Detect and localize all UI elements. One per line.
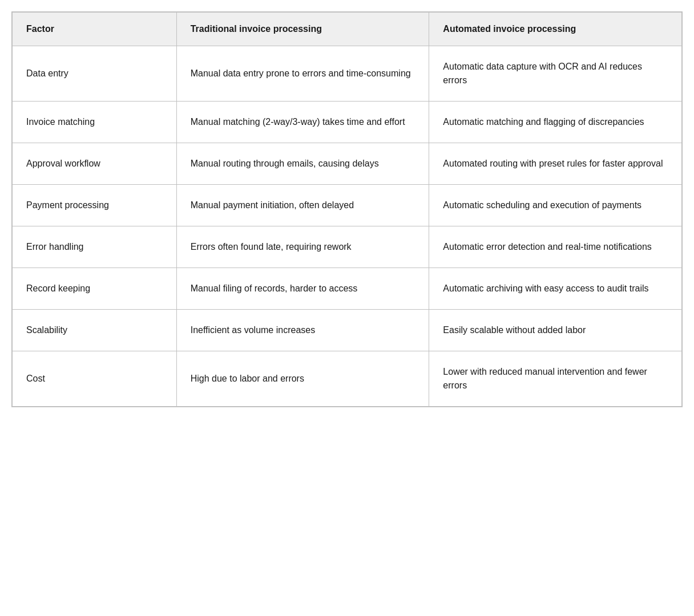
- cell-factor: Payment processing: [13, 185, 177, 226]
- table-row: Approval workflowManual routing through …: [13, 143, 682, 185]
- cell-factor: Invoice matching: [13, 102, 177, 143]
- cell-automated: Easily scalable without added labor: [429, 310, 682, 351]
- cell-traditional: Manual filing of records, harder to acce…: [176, 268, 429, 310]
- cell-automated: Automatic data capture with OCR and AI r…: [429, 46, 682, 102]
- table-row: ScalabilityInefficient as volume increas…: [13, 310, 682, 351]
- cell-factor: Error handling: [13, 226, 177, 268]
- table-row: Record keepingManual filing of records, …: [13, 268, 682, 310]
- header-traditional: Traditional invoice processing: [176, 13, 429, 46]
- header-automated: Automated invoice processing: [429, 13, 682, 46]
- table-row: Invoice matchingManual matching (2-way/3…: [13, 102, 682, 143]
- cell-automated: Automatic error detection and real-time …: [429, 226, 682, 268]
- table-body: Data entryManual data entry prone to err…: [13, 46, 682, 407]
- header-factor: Factor: [13, 13, 177, 46]
- cell-automated: Automatic scheduling and execution of pa…: [429, 185, 682, 226]
- header-row: Factor Traditional invoice processing Au…: [13, 13, 682, 46]
- cell-traditional: Manual routing through emails, causing d…: [176, 143, 429, 185]
- cell-automated: Automatic matching and flagging of discr…: [429, 102, 682, 143]
- comparison-table: Factor Traditional invoice processing Au…: [11, 11, 683, 407]
- table-header: Factor Traditional invoice processing Au…: [13, 13, 682, 46]
- table-row: Data entryManual data entry prone to err…: [13, 46, 682, 102]
- table-row: Payment processingManual payment initiat…: [13, 185, 682, 226]
- cell-traditional: Inefficient as volume increases: [176, 310, 429, 351]
- cell-factor: Record keeping: [13, 268, 177, 310]
- cell-automated: Automatic archiving with easy access to …: [429, 268, 682, 310]
- cell-traditional: Manual payment initiation, often delayed: [176, 185, 429, 226]
- cell-automated: Lower with reduced manual intervention a…: [429, 351, 682, 407]
- cell-traditional: Manual matching (2-way/3-way) takes time…: [176, 102, 429, 143]
- cell-factor: Approval workflow: [13, 143, 177, 185]
- table-row: CostHigh due to labor and errorsLower wi…: [13, 351, 682, 407]
- cell-factor: Scalability: [13, 310, 177, 351]
- cell-traditional: Manual data entry prone to errors and ti…: [176, 46, 429, 102]
- cell-traditional: High due to labor and errors: [176, 351, 429, 407]
- table-row: Error handlingErrors often found late, r…: [13, 226, 682, 268]
- cell-factor: Cost: [13, 351, 177, 407]
- cell-factor: Data entry: [13, 46, 177, 102]
- cell-automated: Automated routing with preset rules for …: [429, 143, 682, 185]
- cell-traditional: Errors often found late, requiring rewor…: [176, 226, 429, 268]
